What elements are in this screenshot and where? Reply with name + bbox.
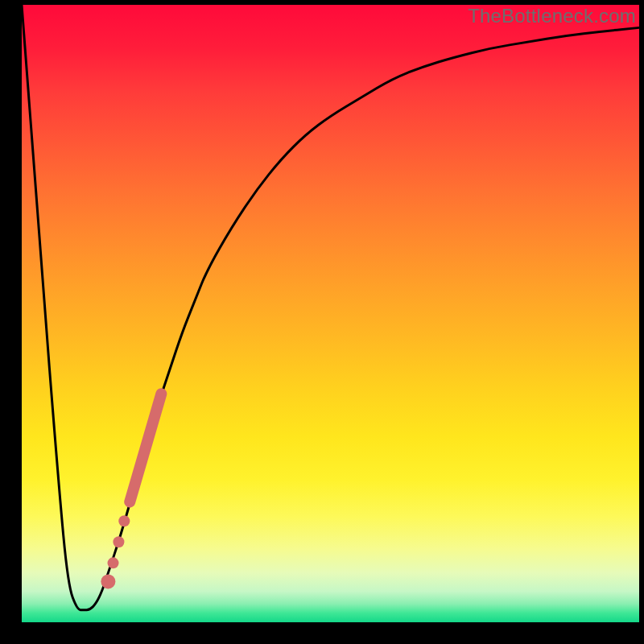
marker-dot	[108, 557, 119, 568]
marker-dot	[118, 515, 130, 526]
chart-plot-area	[22, 5, 639, 622]
marker-segment	[130, 394, 161, 502]
chart-stage: TheBottleneck.com	[0, 0, 644, 644]
marker-layer	[101, 394, 161, 588]
chart-svg	[22, 5, 639, 622]
bottleneck-curve	[22, 5, 639, 610]
marker-dot	[113, 536, 124, 547]
marker-dot	[101, 574, 115, 588]
watermark-text: TheBottleneck.com	[468, 5, 636, 27]
